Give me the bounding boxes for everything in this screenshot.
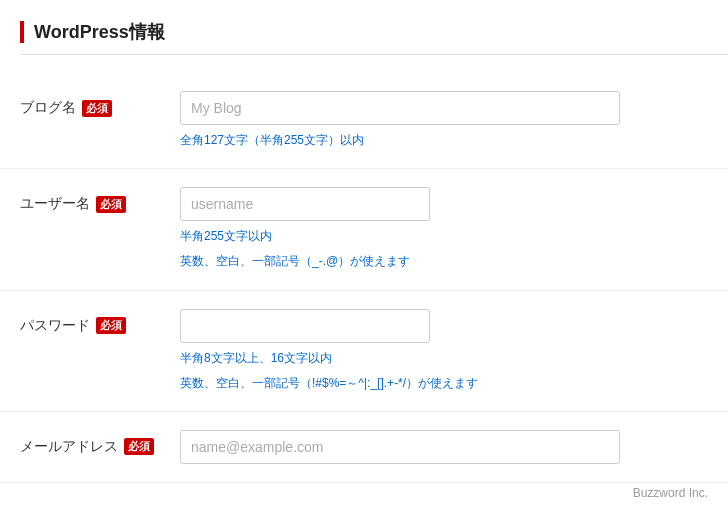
input-email[interactable] [180, 430, 620, 464]
input-blog-name[interactable] [180, 91, 620, 125]
input-cell-blog-name: 全角127文字（半角255文字）以内 [180, 91, 708, 150]
label-cell-blog-name: ブログ名必須 [20, 91, 180, 117]
form-row-blog-name: ブログ名必須全角127文字（半角255文字）以内 [0, 73, 728, 169]
form-row-password: パスワード必須半角8文字以上、16文字以内英数、空白、一部記号（!#$%=～^|… [0, 291, 728, 412]
input-password[interactable] [180, 309, 430, 343]
required-badge-blog-name: 必須 [82, 100, 112, 117]
label-cell-password: パスワード必須 [20, 309, 180, 335]
label-text-username: ユーザー名 [20, 195, 90, 213]
input-username[interactable] [180, 187, 430, 221]
required-badge-password: 必須 [96, 317, 126, 334]
hint-username: 英数、空白、一部記号（_-.@）が使えます [180, 252, 708, 271]
hint-password: 英数、空白、一部記号（!#$%=～^|:_[].+-*/）が使えます [180, 374, 708, 393]
hint-password: 半角8文字以上、16文字以内 [180, 349, 708, 368]
hint-username: 半角255文字以内 [180, 227, 708, 246]
label-text-password: パスワード [20, 317, 90, 335]
footer-credit: Buzzword Inc. [633, 486, 708, 500]
label-text-blog-name: ブログ名 [20, 99, 76, 117]
label-cell-email: メールアドレス必須 [20, 430, 180, 456]
section-title-bar [20, 21, 24, 43]
input-cell-username: 半角255文字以内英数、空白、一部記号（_-.@）が使えます [180, 187, 708, 271]
hint-blog-name: 全角127文字（半角255文字）以内 [180, 131, 708, 150]
page-container: WordPress情報 ブログ名必須全角127文字（半角255文字）以内ユーザー… [0, 0, 728, 508]
label-text-email: メールアドレス [20, 438, 118, 456]
required-badge-email: 必須 [124, 438, 154, 455]
label-cell-username: ユーザー名必須 [20, 187, 180, 213]
section-header: WordPress情報 [20, 20, 728, 55]
input-cell-password: 半角8文字以上、16文字以内英数、空白、一部記号（!#$%=～^|:_[].+-… [180, 309, 708, 393]
form-rows-container: ブログ名必須全角127文字（半角255文字）以内ユーザー名必須半角255文字以内… [0, 73, 728, 483]
required-badge-username: 必須 [96, 196, 126, 213]
form-row-username: ユーザー名必須半角255文字以内英数、空白、一部記号（_-.@）が使えます [0, 169, 728, 290]
form-row-email: メールアドレス必須 [0, 412, 728, 483]
input-cell-email [180, 430, 708, 464]
section-title: WordPress情報 [34, 20, 165, 44]
